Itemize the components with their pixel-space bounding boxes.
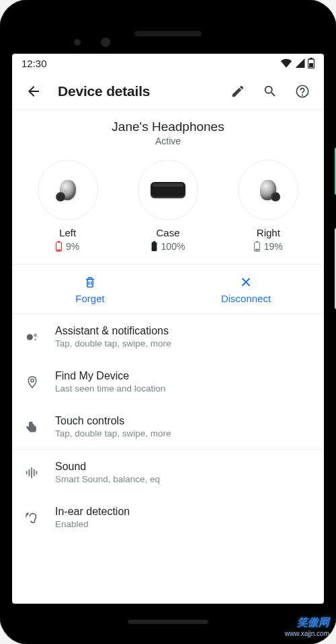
screen: 12:30 Device details Ja [12, 54, 324, 604]
battery-case-value: 100% [161, 241, 185, 252]
location-icon [24, 374, 40, 390]
battery-right-label: Right [257, 227, 280, 238]
phone-camera [101, 38, 110, 47]
svg-rect-7 [153, 241, 155, 242]
list-item-touch[interactable]: Touch controls Tap, double tap, swipe, m… [12, 404, 324, 449]
forget-label: Forget [75, 293, 104, 304]
battery-low2-icon [254, 241, 260, 252]
touch-icon [24, 419, 40, 435]
earbud-right-icon [260, 180, 276, 200]
list-item-inear[interactable]: In-ear detection Enabled [12, 495, 324, 540]
battery-case: Case 100% [118, 160, 218, 252]
content-scroll[interactable]: Jane's Headphones Active Left 9% [12, 110, 324, 604]
case-icon [151, 182, 185, 198]
find-secondary: Last seen time and location [55, 383, 165, 394]
pencil-icon [230, 84, 245, 99]
device-name: Jane's Headphones [12, 120, 324, 134]
home-indicator [128, 620, 208, 624]
disconnect-label: Disconnect [221, 293, 271, 304]
close-icon [239, 275, 253, 289]
battery-right-value: 19% [264, 241, 283, 252]
disconnect-button[interactable]: Disconnect [168, 265, 324, 314]
battery-left: Left 9% [18, 160, 118, 252]
sound-icon [24, 466, 40, 479]
svg-point-12 [27, 334, 33, 340]
svg-point-16 [31, 379, 34, 381]
device-status: Active [12, 136, 324, 146]
watermark-brand: 笑傲网 [297, 616, 329, 630]
battery-left-label: Left [59, 227, 76, 238]
earbud-left-icon [60, 180, 76, 200]
status-time: 12:30 [22, 58, 47, 69]
battery-case-label: Case [156, 227, 179, 238]
forget-button[interactable]: Forget [12, 265, 168, 314]
page-title: Device details [58, 83, 219, 99]
list-item-sound[interactable]: Sound Smart Sound, balance, eq [12, 450, 324, 495]
battery-left-value-row: 9% [56, 241, 79, 252]
earbud-left-image [38, 160, 98, 220]
inear-primary: In-ear detection [55, 506, 130, 518]
touch-secondary: Tap, double tap, swipe, more [55, 428, 171, 439]
svg-rect-6 [57, 249, 60, 250]
touch-primary: Touch controls [55, 415, 171, 427]
list-item-find[interactable]: Find My Device Last seen time and locati… [12, 359, 324, 404]
actions-row: Forget Disconnect [12, 264, 324, 314]
inear-secondary: Enabled [55, 519, 130, 529]
watermark-url: www.xajjn.com [285, 630, 329, 637]
battery-low-icon [56, 241, 62, 252]
find-primary: Find My Device [55, 370, 165, 382]
help-button[interactable] [289, 78, 316, 105]
case-image [138, 160, 198, 220]
battery-row: Left 9% Case 100% [12, 150, 324, 264]
status-icons [280, 58, 314, 68]
battery-right: Right 19% [218, 160, 318, 252]
back-button[interactable] [20, 78, 47, 105]
list-item-assistant[interactable]: Assistant & notifications Tap, double ta… [12, 314, 324, 359]
earbud-right-image [238, 160, 298, 220]
app-bar: Device details [12, 73, 324, 110]
battery-full-icon [151, 241, 157, 252]
phone-sensor [74, 39, 81, 46]
arrow-back-icon [26, 83, 42, 99]
svg-rect-11 [255, 249, 259, 251]
watermark: 笑傲网 www.xajjn.com [285, 616, 329, 637]
phone-frame: 12:30 Device details Ja [0, 0, 336, 644]
assistant-secondary: Tap, double tap, swipe, more [55, 338, 171, 349]
battery-left-value: 9% [66, 241, 79, 252]
sound-secondary: Smart Sound, balance, eq [55, 474, 160, 484]
assistant-primary: Assistant & notifications [55, 325, 171, 337]
ear-icon [24, 510, 40, 526]
phone-earpiece [134, 31, 202, 36]
sound-primary: Sound [55, 461, 160, 473]
svg-point-15 [37, 336, 38, 337]
assistant-icon [24, 330, 40, 344]
edit-button[interactable] [224, 78, 251, 105]
svg-rect-8 [151, 242, 157, 251]
battery-case-value-row: 100% [151, 241, 185, 252]
search-button[interactable] [257, 78, 284, 105]
svg-point-14 [34, 338, 36, 340]
battery-icon [308, 58, 314, 68]
trash-icon [83, 275, 97, 289]
device-header: Jane's Headphones Active [12, 110, 324, 150]
search-icon [263, 84, 278, 99]
svg-point-13 [34, 333, 37, 336]
help-icon [295, 84, 310, 99]
signal-icon [295, 58, 305, 68]
status-bar: 12:30 [12, 54, 324, 73]
svg-rect-2 [309, 63, 313, 67]
wifi-icon [280, 58, 292, 68]
battery-right-value-row: 19% [254, 241, 283, 252]
